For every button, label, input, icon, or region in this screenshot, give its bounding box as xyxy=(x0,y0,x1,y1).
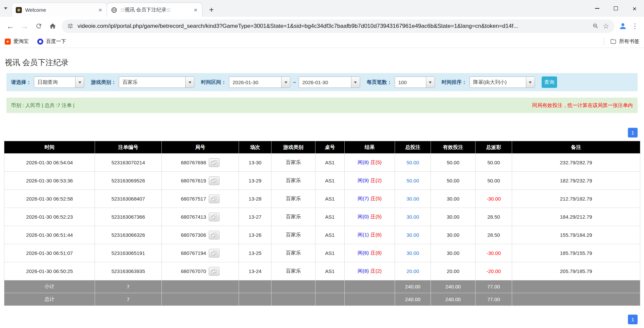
cell-remark: 212.79/182.79 xyxy=(512,190,640,208)
page-1-button[interactable]: 1 xyxy=(628,128,638,138)
cell-payout: -30.00 xyxy=(476,190,512,208)
bet-records-table: 时间 注单编号 局号 场次 游戏类别 桌号 结果 总投注 有效投注 总派彩 备注… xyxy=(4,141,640,306)
filter-bar: 请选择： 日期查询 游戏类别： 百家乐 时间区间： 2026-01-30 ~ 2… xyxy=(6,73,638,91)
cell-round-id: 680767517 xyxy=(162,190,239,208)
cell-payout: 28.50 xyxy=(476,208,512,226)
search-button[interactable]: 查询 xyxy=(542,76,557,88)
cell-total-bet[interactable]: 50.00 xyxy=(395,154,431,172)
chevron-down-icon xyxy=(426,77,435,88)
tab-close-icon[interactable]: × xyxy=(98,7,103,13)
video-replay-button[interactable] xyxy=(209,267,219,276)
bookmark-baidu[interactable]: 百度一下 xyxy=(37,38,66,45)
col-round-id: 局号 xyxy=(162,141,239,154)
round-id: 680767698 xyxy=(181,160,206,165)
bookmark-aitaobao[interactable]: ♥ 爱淘宝 xyxy=(5,38,29,45)
cell-result: 闲(8)庄(2) xyxy=(345,262,395,280)
cell-table-no: AS1 xyxy=(315,244,345,262)
cell-bet-id: 523163063935 xyxy=(95,262,162,280)
cell-remark: 185.79/155.79 xyxy=(512,244,640,262)
cell-valid-bet: 30.00 xyxy=(431,244,476,262)
chevron-down-icon xyxy=(526,77,535,88)
profile-avatar[interactable] xyxy=(616,20,629,33)
cell-valid-bet: 30.00 xyxy=(431,190,476,208)
cell-session: 13-29 xyxy=(239,172,271,190)
tab-welcome[interactable]: Welcome × xyxy=(11,3,107,17)
cell-total-bet[interactable]: 20.00 xyxy=(395,262,431,280)
cell-round-id: 680767070 xyxy=(162,262,239,280)
cell-valid-bet: 50.00 xyxy=(431,154,476,172)
dice-icon xyxy=(211,160,217,165)
cell-total-bet[interactable]: 30.00 xyxy=(395,244,431,262)
cell-payout: 50.00 xyxy=(476,154,512,172)
cell-session: 13-30 xyxy=(239,154,271,172)
browser-menu-icon[interactable]: ⋮ xyxy=(629,22,641,30)
mode-label: 请选择： xyxy=(11,79,31,86)
dice-icon xyxy=(211,215,217,219)
page-1-button[interactable]: 1 xyxy=(628,315,638,324)
table-row: 2026-01-30 06:53:36 523163069526 6807676… xyxy=(4,172,640,190)
cell-valid-bet: 30.00 xyxy=(431,208,476,226)
maximize-button[interactable] xyxy=(606,0,625,17)
result-banker: 庄(8) xyxy=(370,250,382,256)
cell-session: 13-27 xyxy=(239,208,271,226)
site-info-icon[interactable] xyxy=(67,23,73,29)
home-button[interactable] xyxy=(46,19,60,33)
table-row: 2026-01-30 06:50:25 523163063935 6807670… xyxy=(4,262,640,280)
result-banker: 庄(6) xyxy=(370,232,382,237)
separator xyxy=(604,38,604,45)
reload-button[interactable] xyxy=(32,19,46,33)
cell-table-no: AS1 xyxy=(315,154,345,172)
result-player: 闲(1) xyxy=(358,232,369,237)
close-button[interactable]: × xyxy=(625,0,644,17)
cell-round-id: 680767306 xyxy=(162,226,239,244)
game-type-select[interactable]: 百家乐 xyxy=(119,76,194,88)
sort-select[interactable]: 降幂(由大到小) xyxy=(469,76,535,88)
cell-session: 13-24 xyxy=(239,262,271,280)
cell-result: 闲(6)庄(8) xyxy=(345,244,395,262)
round-id: 680767517 xyxy=(181,196,206,202)
minimize-button[interactable] xyxy=(588,0,606,17)
cell-time: 2026-01-30 06:51:07 xyxy=(4,244,95,262)
round-id: 680767413 xyxy=(181,214,206,220)
all-bookmarks-button[interactable]: 所有书签 xyxy=(604,38,639,45)
cell-time: 2026-01-30 06:52:23 xyxy=(4,208,95,226)
video-replay-button[interactable] xyxy=(209,158,219,167)
col-game-type: 游戏类别 xyxy=(271,141,315,154)
result-banker: 庄(2) xyxy=(370,268,382,274)
cell-total-bet[interactable]: 30.00 xyxy=(395,190,431,208)
subtotal-count: 7 xyxy=(95,280,162,293)
cell-payout: -30.00 xyxy=(476,244,512,262)
video-replay-button[interactable] xyxy=(209,249,219,258)
video-replay-button[interactable] xyxy=(209,231,219,239)
cell-total-bet[interactable]: 30.00 xyxy=(395,208,431,226)
tab-close-icon[interactable]: × xyxy=(193,7,198,13)
bookmark-star-icon[interactable]: ☆ xyxy=(603,22,609,30)
zoom-indicator-icon[interactable] xyxy=(592,23,599,29)
date-from-select[interactable]: 2026-01-30 xyxy=(229,76,290,88)
result-banker: 庄(5) xyxy=(370,159,382,165)
cell-remark: 182.79/232.79 xyxy=(512,172,640,190)
tab-search-button[interactable] xyxy=(0,0,11,17)
forward-button[interactable]: → xyxy=(17,19,32,33)
video-replay-button[interactable] xyxy=(209,213,219,221)
tab-betrecord[interactable]: :::视讯 会员下注纪录::: × xyxy=(107,3,202,17)
col-session: 场次 xyxy=(239,141,271,154)
total-total-bet: 240.00 xyxy=(395,293,431,306)
table-row: 2026-01-30 06:51:07 523163065191 6807671… xyxy=(4,244,640,262)
cell-total-bet[interactable]: 30.00 xyxy=(395,226,431,244)
new-tab-button[interactable]: + xyxy=(206,4,217,15)
minimize-icon xyxy=(595,8,599,9)
back-button[interactable]: ← xyxy=(3,19,17,33)
cell-total-bet[interactable]: 50.00 xyxy=(395,172,431,190)
date-to-select[interactable]: 2026-01-30 xyxy=(299,76,360,88)
table-row: 2026-01-30 06:54:04 523163070214 6807676… xyxy=(4,154,640,172)
video-replay-button[interactable] xyxy=(209,195,219,203)
page-size-select[interactable]: 100 xyxy=(395,76,435,88)
notice-text: 同局有效投注，统一计算在该局第一张注单内 xyxy=(532,102,633,109)
address-bar[interactable]: videoie.com/ipl/portal.php/game/betrecor… xyxy=(62,19,614,33)
mode-select[interactable]: 日期查询 xyxy=(34,76,84,88)
cell-round-id: 680767698 xyxy=(162,154,239,172)
video-replay-button[interactable] xyxy=(209,176,219,185)
cell-bet-id: 523163065191 xyxy=(95,244,162,262)
cell-time: 2026-01-30 06:53:36 xyxy=(4,172,95,190)
